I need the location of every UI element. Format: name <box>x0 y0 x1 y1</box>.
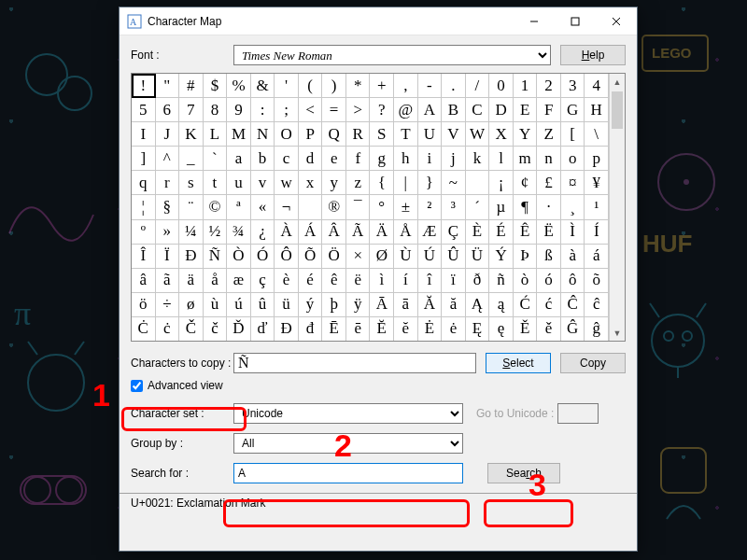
char-cell[interactable]: ` <box>204 147 228 171</box>
char-cell[interactable]: Ě <box>514 317 538 341</box>
char-cell[interactable]: ² <box>418 195 443 219</box>
char-cell[interactable]: T <box>394 122 418 147</box>
char-cell[interactable]: à <box>561 245 585 269</box>
char-cell[interactable]: ; <box>275 98 299 122</box>
char-cell[interactable]: Ć <box>514 293 538 317</box>
char-cell[interactable]: d <box>299 147 323 171</box>
char-cell[interactable]: ė <box>442 317 466 341</box>
char-cell[interactable]: x <box>299 171 323 195</box>
char-cell[interactable]: 8 <box>204 98 228 122</box>
char-cell[interactable]: Ë <box>537 220 561 245</box>
char-cell[interactable]: " <box>156 74 180 98</box>
char-cell[interactable]: « <box>251 195 275 219</box>
char-cell[interactable]: p <box>585 147 609 171</box>
minimize-button[interactable] <box>514 7 555 35</box>
char-cell[interactable]: 1 <box>514 74 538 98</box>
char-cell[interactable]: ÿ <box>346 293 371 317</box>
char-cell[interactable]: ě <box>537 317 561 341</box>
char-cell[interactable]: Z <box>537 122 561 147</box>
char-cell[interactable]: F <box>537 98 561 122</box>
char-cell[interactable]: ć <box>537 293 561 317</box>
char-cell[interactable]: + <box>370 74 394 98</box>
char-cell[interactable]: × <box>346 245 371 269</box>
char-cell[interactable]: Ĉ <box>561 293 585 317</box>
char-cell[interactable]: Ċ <box>132 317 156 341</box>
char-cell[interactable]: & <box>251 74 275 98</box>
char-cell[interactable]: ) <box>322 74 346 98</box>
char-cell[interactable]: ¯ <box>346 195 371 219</box>
char-cell[interactable]: ü <box>275 293 299 317</box>
char-cell[interactable]: l <box>489 147 514 171</box>
char-cell[interactable]: č <box>204 317 228 341</box>
char-cell[interactable]: @ <box>394 98 418 122</box>
char-cell[interactable]: _ <box>179 147 204 171</box>
char-cell[interactable]: 6 <box>156 98 180 122</box>
char-cell[interactable]: 9 <box>227 98 251 122</box>
char-cell[interactable]: º <box>132 220 156 245</box>
char-cell[interactable]: w <box>275 171 299 195</box>
char-cell[interactable]: Ø <box>370 245 394 269</box>
char-cell[interactable]: Ð <box>179 245 204 269</box>
char-cell[interactable]: ¬ <box>275 195 299 219</box>
char-cell[interactable]: ^ <box>156 147 180 171</box>
char-cell[interactable]: þ <box>322 293 346 317</box>
char-cell[interactable]: ¹ <box>585 195 609 219</box>
char-cell[interactable]: ā <box>394 293 418 317</box>
char-cell[interactable]: ñ <box>489 269 514 293</box>
char-cell[interactable]: ø <box>179 293 204 317</box>
char-cell[interactable]: í <box>394 269 418 293</box>
char-cell[interactable]: Ė <box>418 317 443 341</box>
char-cell[interactable]: ´ <box>466 195 490 219</box>
char-cell[interactable]: ã <box>156 269 180 293</box>
char-cell[interactable]: > <box>346 98 371 122</box>
maximize-button[interactable] <box>555 7 596 35</box>
char-cell[interactable]: Û <box>442 245 466 269</box>
char-cell[interactable]: É <box>489 220 514 245</box>
char-cell[interactable]: £ <box>537 171 561 195</box>
char-cell[interactable]: ð <box>466 269 490 293</box>
char-cell[interactable]: Ą <box>466 293 490 317</box>
char-cell[interactable]: 2 <box>537 74 561 98</box>
char-cell[interactable]: Ü <box>466 245 490 269</box>
char-cell[interactable]: ¸ <box>561 195 585 219</box>
char-cell[interactable]: Å <box>394 220 418 245</box>
character-grid[interactable]: !"#$%&'()*+,-./0123456789:;<=>?@ABCDEFGH… <box>132 74 609 341</box>
char-cell[interactable]: Ú <box>418 245 443 269</box>
char-cell[interactable]: g <box>370 147 394 171</box>
scroll-thumb[interactable] <box>612 91 623 129</box>
charset-select[interactable]: Unicode <box>233 403 463 424</box>
char-cell[interactable]: ¥ <box>585 171 609 195</box>
char-cell[interactable]: ¨ <box>179 195 204 219</box>
char-cell[interactable]: K <box>179 122 204 147</box>
char-cell[interactable]: : <box>251 98 275 122</box>
char-cell[interactable]: ò <box>514 269 538 293</box>
char-cell[interactable]: . <box>442 74 466 98</box>
char-cell[interactable]: E <box>514 98 538 122</box>
char-cell[interactable]: Î <box>132 245 156 269</box>
char-cell[interactable]: Đ <box>275 317 299 341</box>
char-cell[interactable]: 4 <box>585 74 609 98</box>
char-cell[interactable]: Ĝ <box>561 317 585 341</box>
char-cell[interactable] <box>466 171 490 195</box>
char-cell[interactable]: Â <box>322 220 346 245</box>
char-cell[interactable]: e <box>322 147 346 171</box>
char-cell[interactable]: ¢ <box>514 171 538 195</box>
char-cell[interactable]: ¾ <box>227 220 251 245</box>
char-cell[interactable]: đ <box>299 317 323 341</box>
char-cell[interactable]: è <box>275 269 299 293</box>
char-cell[interactable]: Ç <box>442 220 466 245</box>
char-cell[interactable]: y <box>322 171 346 195</box>
char-cell[interactable]: $ <box>204 74 228 98</box>
char-cell[interactable]: È <box>466 220 490 245</box>
char-cell[interactable]: % <box>227 74 251 98</box>
char-cell[interactable]: » <box>156 220 180 245</box>
char-cell[interactable]: a <box>227 147 251 171</box>
char-cell[interactable]: I <box>132 122 156 147</box>
char-cell[interactable]: ± <box>394 195 418 219</box>
char-cell[interactable]: Ì <box>561 220 585 245</box>
char-cell[interactable]: B <box>442 98 466 122</box>
char-cell[interactable]: ē <box>346 317 371 341</box>
char-cell[interactable]: \ <box>585 122 609 147</box>
char-cell[interactable]: Õ <box>299 245 323 269</box>
char-cell[interactable]: ( <box>299 74 323 98</box>
